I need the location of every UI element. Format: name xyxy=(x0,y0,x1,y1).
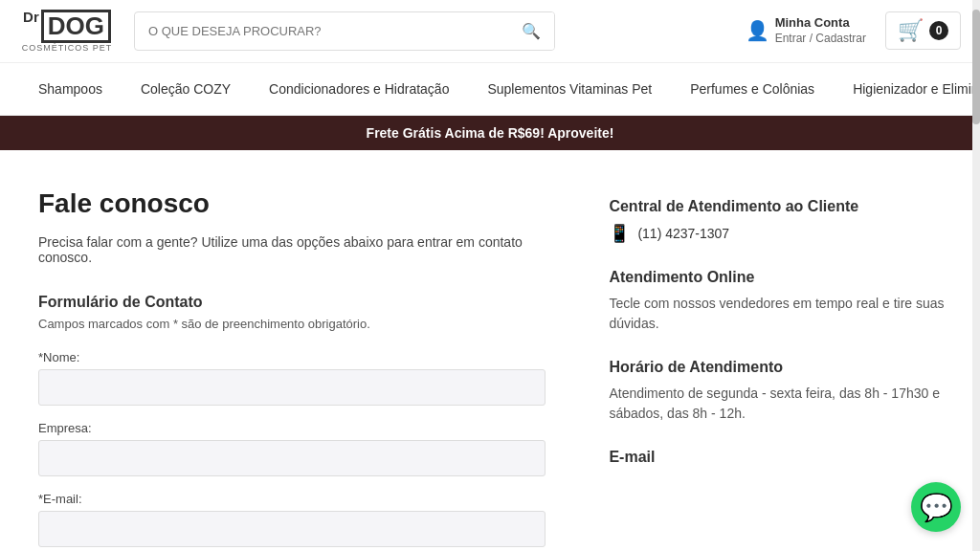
nav-item-condicionadores[interactable]: Condicionadores e Hidratação xyxy=(250,63,468,115)
input-nome[interactable] xyxy=(38,369,546,406)
main-content: Fale conosco Precisa falar com a gente? … xyxy=(0,150,980,551)
scrollbar-thumb[interactable] xyxy=(972,10,980,124)
phone-icon: 📱 xyxy=(609,223,630,244)
form-group-email: *E-mail: xyxy=(38,492,551,547)
form-title: Formulário de Contato xyxy=(38,294,551,311)
email-title: E-mail xyxy=(609,449,951,466)
form-group-nome: *Nome: xyxy=(38,350,551,406)
online-block: Atendimento Online Tecle com nossos vend… xyxy=(609,269,951,334)
label-nome: *Nome: xyxy=(38,350,551,364)
online-text: Tecle com nossos vendedores em tempo rea… xyxy=(609,294,951,334)
cart-button[interactable]: 🛒 0 xyxy=(885,11,961,50)
phone-info: 📱 (11) 4237-1307 xyxy=(609,223,951,244)
whatsapp-button[interactable]: 💬 xyxy=(911,482,961,532)
input-email[interactable] xyxy=(38,511,546,547)
label-email: *E-mail: xyxy=(38,492,551,506)
form-section: Formulário de Contato Campos marcados co… xyxy=(38,294,551,551)
minha-conta-label: Minha Conta xyxy=(775,15,866,32)
form-group-empresa: Empresa: xyxy=(38,421,551,476)
header-actions: 👤 Minha Conta Entrar / Cadastrar 🛒 0 xyxy=(746,11,961,50)
account-icon: 👤 xyxy=(746,19,769,42)
label-empresa: Empresa: xyxy=(38,421,551,435)
horario-text: Atendimento de segunda - sexta feira, da… xyxy=(609,384,951,424)
nav-item-suplementos[interactable]: Suplementos Vitaminas Pet xyxy=(468,63,671,115)
input-empresa[interactable] xyxy=(38,440,546,476)
contact-form-section: Fale conosco Precisa falar com a gente? … xyxy=(38,188,551,551)
entrar-cadastrar-label: Entrar / Cadastrar xyxy=(775,32,866,47)
atendimento-block: Central de Atendimento ao Cliente 📱 (11)… xyxy=(609,198,951,244)
horario-title: Horário de Atendimento xyxy=(609,359,951,376)
atendimento-title: Central de Atendimento ao Cliente xyxy=(609,198,951,215)
nav-item-perfumes[interactable]: Perfumes e Colônias xyxy=(671,63,834,115)
search-button[interactable]: 🔍 xyxy=(508,12,554,50)
account-labels: Minha Conta Entrar / Cadastrar xyxy=(775,15,866,46)
horario-block: Horário de Atendimento Atendimento de se… xyxy=(609,359,951,424)
nav-item-shampoos[interactable]: Shampoos xyxy=(19,63,122,115)
scrollbar[interactable] xyxy=(972,0,980,551)
logo-dr: Dr xyxy=(23,10,39,24)
whatsapp-icon: 💬 xyxy=(920,492,953,523)
page-title: Fale conosco xyxy=(38,188,551,219)
promo-banner: Frete Grátis Acima de R$69! Aproveite! xyxy=(0,116,980,150)
form-required-note: Campos marcados com * são de preenchimen… xyxy=(38,317,551,331)
logo-dog: DOG xyxy=(41,10,111,43)
promo-banner-text: Frete Grátis Acima de R$69! Aproveite! xyxy=(367,125,614,141)
search-input[interactable] xyxy=(135,14,508,48)
cart-count: 0 xyxy=(929,21,948,40)
cart-icon: 🛒 xyxy=(898,18,924,43)
email-block: E-mail xyxy=(609,449,951,466)
page-subtitle: Precisa falar com a gente? Utilize uma d… xyxy=(38,234,551,265)
header: Dr DOG COSMÉTICOS PET 🔍 👤 Minha Conta En… xyxy=(0,0,980,63)
nav-item-higienizador[interactable]: Higienizador e Eliminador de Odores xyxy=(834,63,980,115)
minha-conta-button[interactable]: 👤 Minha Conta Entrar / Cadastrar xyxy=(746,15,866,46)
main-nav: Shampoos Coleção COZY Condicionadores e … xyxy=(0,63,980,116)
contact-info-section: Central de Atendimento ao Cliente 📱 (11)… xyxy=(609,188,951,551)
phone-number: (11) 4237-1307 xyxy=(637,226,729,241)
search-bar: 🔍 xyxy=(134,11,555,51)
logo[interactable]: Dr DOG COSMÉTICOS PET xyxy=(19,10,115,53)
nav-item-colecao[interactable]: Coleção COZY xyxy=(122,63,250,115)
online-title: Atendimento Online xyxy=(609,269,951,286)
logo-sub: COSMÉTICOS PET xyxy=(22,43,113,53)
